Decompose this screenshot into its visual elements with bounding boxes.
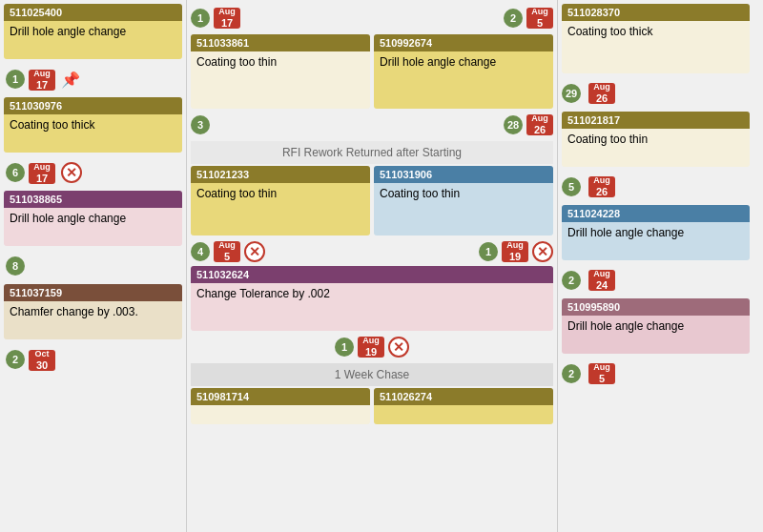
badge-row-2b: 2 Aug24 (562, 268, 750, 293)
mid-row-bottom: 510981714 511026274 (191, 388, 553, 424)
card-body: Drill hole angle change (4, 21, 182, 59)
card-header: 511031906 (374, 166, 553, 183)
card-wrapper-511025400: 511025400 Drill hole angle change (4, 4, 182, 59)
section-divider-1week: 1 Week Chase (191, 363, 553, 386)
mid-date-aug5: Aug5 (526, 8, 553, 29)
date-badge-aug17b: Aug 17 (29, 163, 55, 184)
circle-badge-5: 5 (562, 177, 581, 196)
card-511038865[interactable]: 511038865 Drill hole angle change (4, 191, 182, 246)
card-header: 511025400 (4, 4, 182, 21)
middle-column: 1 Aug17 2 Aug5 511033861 Coating too thi… (186, 0, 558, 532)
circle-badge-2: 2 (6, 350, 25, 369)
card-wrapper-511021817: 511021817 Coating too thin (562, 112, 750, 167)
close-badge[interactable]: ✕ (61, 162, 82, 183)
mid-circle-1c: 1 (335, 338, 354, 357)
card-header: 511038865 (4, 191, 182, 208)
card-wrapper-511032624: 511032624 Change Tolerance by .002 (191, 266, 553, 331)
mid-row-section1: 511021233 Coating too thin 511031906 Coa… (191, 166, 553, 235)
mid-circle-3: 3 (191, 115, 210, 134)
card-body: Coating too thin (562, 129, 750, 167)
card-header: 511026274 (374, 388, 553, 405)
mid-circle-2: 2 (504, 9, 523, 28)
card-wrapper-511037159: 511037159 Chamfer change by .003. (4, 284, 182, 339)
card-511033861[interactable]: 511033861 Coating too thin (191, 34, 370, 109)
pin-icon: 📌 (61, 71, 80, 89)
mid-date-aug17: Aug17 (214, 8, 240, 29)
mid-date-aug5b: Aug5 (214, 241, 240, 262)
card-header: 511028370 (562, 4, 750, 21)
card-body: Drill hole angle change (4, 208, 182, 246)
mid-circle-1b: 1 (479, 242, 498, 261)
circle-badge-1: 1 (6, 70, 25, 89)
card-header: 511021233 (191, 166, 370, 183)
card-wrapper-511028370: 511028370 Coating too thick (562, 4, 750, 73)
card-body (374, 405, 553, 424)
date-badge-aug5c: Aug5 (588, 363, 615, 384)
left-column: 511025400 Drill hole angle change 1 Aug … (0, 0, 186, 532)
card-wrapper-511030976: 511030976 Coating too thick (4, 97, 182, 153)
card-body: Coating too thin (374, 183, 553, 235)
card-510995890[interactable]: 510995890 Drill hole angle change (562, 298, 750, 354)
card-body: Coating too thin (191, 51, 370, 109)
circle-badge-8: 8 (6, 256, 25, 276)
date-badge-aug26: Aug26 (588, 83, 615, 104)
mid-circle-4: 4 (191, 242, 210, 261)
card-body: Change Tolerance by .002 (191, 283, 553, 331)
card-body: Drill hole angle change (562, 316, 750, 354)
card-body: Coating too thick (562, 21, 750, 73)
date-badge-oct30: Oct 30 (29, 350, 55, 371)
circle-badge-6: 6 (6, 163, 25, 182)
card-511025400[interactable]: 511025400 Drill hole angle change (4, 4, 182, 59)
badge-row-8: 8 (4, 254, 182, 278)
mid-date-aug19: Aug19 (502, 241, 528, 262)
mid-date-aug19b: Aug19 (358, 337, 384, 358)
card-body: Drill hole angle change (562, 222, 750, 260)
close-badge-4[interactable]: ✕ (244, 241, 265, 262)
badge-row-6: 6 Aug 17 ✕ (4, 160, 182, 185)
card-body: Chamfer change by .003. (4, 301, 182, 339)
section-divider-rfi: RFI Rework Returned after Starting (191, 141, 553, 164)
mid-row-top: 511033861 Coating too thin 510992674 Dri… (191, 34, 553, 109)
card-511032624[interactable]: 511032624 Change Tolerance by .002 (191, 266, 553, 331)
card-wrapper-511038865: 511038865 Drill hole angle change (4, 191, 182, 246)
card-body (191, 405, 370, 424)
card-511026274[interactable]: 511026274 (374, 388, 553, 424)
card-header: 511021817 (562, 112, 750, 129)
card-header: 510981714 (191, 388, 370, 405)
kanban-board: 511025400 Drill hole angle change 1 Aug … (0, 0, 763, 532)
card-511024228[interactable]: 511024228 Drill hole angle change (562, 205, 750, 260)
close-badge-1b[interactable]: ✕ (532, 241, 553, 262)
card-wrapper-510995890: 510995890 Drill hole angle change (562, 298, 750, 354)
circle-badge-2c: 2 (562, 364, 581, 383)
right-column: 511028370 Coating too thick 29 Aug26 511… (558, 0, 753, 532)
card-header: 511037159 (4, 284, 182, 301)
card-511021233[interactable]: 511021233 Coating too thin (191, 166, 370, 235)
badge-row-29: 29 Aug26 (562, 81, 750, 106)
card-body: Coating too thick (4, 114, 182, 153)
card-header: 510995890 (562, 298, 750, 316)
card-header: 511030976 (4, 97, 182, 114)
card-511031906[interactable]: 511031906 Coating too thin (374, 166, 553, 235)
circle-badge-2b: 2 (562, 271, 581, 290)
card-511981714[interactable]: 510981714 (191, 388, 370, 424)
circle-badge-29: 29 (562, 84, 581, 103)
card-body: Coating too thin (191, 183, 370, 235)
card-511030976[interactable]: 511030976 Coating too thick (4, 97, 182, 153)
date-badge-aug17: Aug 17 (29, 70, 55, 91)
card-header: 511024228 (562, 205, 750, 222)
badge-row-5: 5 Aug26 (562, 174, 750, 199)
card-511028370[interactable]: 511028370 Coating too thick (562, 4, 750, 73)
date-badge-aug24: Aug24 (588, 270, 615, 291)
card-511021817[interactable]: 511021817 Coating too thin (562, 112, 750, 167)
badge-row-2: 2 Oct 30 (4, 347, 182, 372)
mid-date-aug26: Aug26 (526, 114, 553, 135)
card-510992674[interactable]: 510992674 Drill hole angle change (374, 34, 553, 109)
card-511037159[interactable]: 511037159 Chamfer change by .003. (4, 284, 182, 339)
card-header: 510992674 (374, 34, 553, 51)
card-header: 511032624 (191, 266, 553, 283)
date-badge-aug26b: Aug26 (588, 176, 615, 197)
badge-row-2c: 2 Aug5 (562, 361, 750, 386)
mid-circle-1: 1 (191, 9, 210, 28)
close-badge-1c[interactable]: ✕ (388, 337, 409, 358)
badge-row-1: 1 Aug 17 📌 (4, 67, 182, 92)
